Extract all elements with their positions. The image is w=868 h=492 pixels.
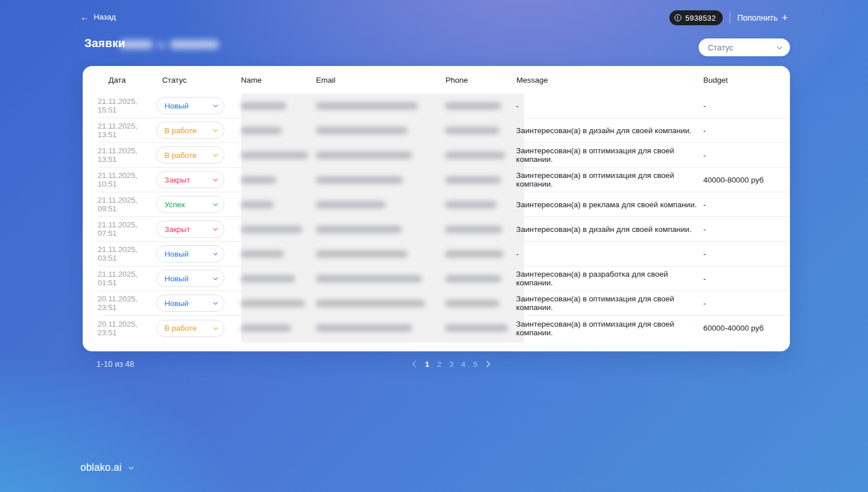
- cell-phone-redacted: [445, 250, 512, 258]
- page-number-4[interactable]: 4: [460, 360, 466, 369]
- back-button[interactable]: ← Назад: [80, 13, 116, 21]
- status-dropdown[interactable]: В работе: [156, 320, 224, 337]
- cell-date: 21.11.2025, 09:51: [98, 196, 156, 213]
- status-filter-dropdown[interactable]: Статус: [699, 38, 790, 56]
- phone-redacted-value: [445, 102, 501, 110]
- status-filter-label: Статус: [708, 43, 733, 52]
- name-redacted-value: [241, 275, 295, 282]
- cell-message: Заинтересован(а) в реклама для своей ком…: [512, 200, 698, 209]
- requests-table-card: Дата Статус Name Email Phone Message Bud…: [83, 66, 790, 351]
- cell-budget: 40000-80000 руб: [698, 176, 790, 184]
- status-dropdown[interactable]: В работе: [156, 122, 224, 139]
- phone-redacted-value: [445, 250, 503, 258]
- cell-budget: -: [698, 126, 790, 135]
- column-header-date: Дата: [98, 76, 156, 84]
- topbar-right: 5938532 Пополнить +: [669, 10, 788, 25]
- footer-logo-menu[interactable]: oblako.ai: [80, 462, 132, 474]
- name-redacted-value: [241, 127, 282, 134]
- page-number-3[interactable]: 3: [448, 360, 454, 369]
- cell-budget: -: [698, 102, 790, 110]
- cell-date: 21.11.2025, 10:51: [98, 171, 156, 188]
- status-dropdown[interactable]: Новый: [156, 97, 224, 114]
- cell-message: Заинтересован(а) в оптимизация для своей…: [512, 171, 698, 188]
- cell-status: Новый: [156, 295, 241, 312]
- email-redacted-value: [316, 226, 402, 233]
- name-redacted-value: [241, 176, 276, 184]
- column-header-phone: Phone: [445, 76, 512, 84]
- phone-redacted-value: [445, 152, 505, 159]
- column-header-email: Email: [316, 76, 445, 84]
- status-dropdown[interactable]: Успех: [156, 196, 224, 213]
- phone-redacted-value: [445, 127, 499, 134]
- name-redacted-value: [241, 201, 274, 208]
- chevron-right-icon[interactable]: [483, 361, 490, 367]
- balance-value: 5938532: [685, 14, 716, 22]
- chevron-down-icon: [213, 127, 218, 131]
- page-number-1[interactable]: 1: [424, 360, 430, 369]
- chevron-down-icon: [213, 275, 218, 280]
- chevron-down-icon: [213, 300, 218, 304]
- topup-button[interactable]: Пополнить +: [737, 13, 788, 23]
- status-dropdown[interactable]: Новый: [156, 245, 224, 262]
- cell-status: Новый: [156, 245, 241, 262]
- cell-status: Успех: [156, 196, 241, 213]
- phone-redacted-value: [445, 324, 508, 332]
- status-label: В работе: [165, 324, 197, 332]
- status-label: Новый: [165, 274, 189, 283]
- cell-message: -: [512, 102, 698, 110]
- name-redacted-value: [241, 152, 308, 159]
- chevron-down-icon: [213, 325, 218, 330]
- cell-date: 21.11.2025, 13:51: [98, 122, 156, 139]
- phone-redacted-value: [445, 201, 497, 208]
- project-name-redacted: [119, 40, 153, 49]
- cell-message: Заинтересован(а) в оптимизация для своей…: [512, 320, 698, 337]
- cell-name-redacted: [241, 152, 316, 159]
- cell-budget: -: [698, 200, 790, 209]
- status-label: Закрыт: [165, 176, 191, 184]
- cell-message: Заинтересован(а) в дизайн для своей комп…: [512, 225, 698, 234]
- logo-text: oblako.ai: [80, 462, 122, 474]
- cell-status: В работе: [156, 320, 241, 337]
- back-label: Назад: [94, 13, 116, 21]
- project-name-redacted: [170, 40, 219, 49]
- email-redacted-value: [316, 250, 408, 258]
- balance-badge[interactable]: 5938532: [669, 10, 723, 25]
- name-redacted-value: [241, 102, 286, 110]
- status-dropdown[interactable]: Новый: [156, 270, 224, 287]
- phone-redacted-value: [445, 176, 501, 184]
- cell-budget: -: [698, 274, 790, 283]
- status-label: В работе: [165, 126, 197, 135]
- cell-budget: 60000-40000 руб: [698, 324, 790, 332]
- cell-status: В работе: [156, 122, 241, 139]
- page-number-2[interactable]: 2: [436, 360, 442, 369]
- status-label: Успех: [165, 200, 185, 209]
- cell-date: 21.11.2025, 01:51: [98, 270, 156, 287]
- cell-message: Заинтересован(а) в дизайн для своей комп…: [512, 126, 698, 135]
- pagination-summary: 1-10 из 48: [96, 359, 134, 369]
- cell-date: 20.11.2025, 23:51: [98, 295, 156, 312]
- status-dropdown[interactable]: В работе: [156, 146, 224, 164]
- cell-date: 20.11.2025, 23:51: [98, 320, 156, 337]
- chevron-left-icon[interactable]: [412, 361, 418, 367]
- cell-message: Заинтересован(а) в оптимизация для своей…: [512, 146, 698, 164]
- pagination: 12345: [413, 358, 489, 370]
- cell-budget: -: [698, 151, 790, 160]
- topup-label: Пополнить: [737, 13, 777, 22]
- cell-status: Закрыт: [156, 171, 241, 188]
- cell-status: Новый: [156, 97, 241, 114]
- column-header-budget: Budget: [698, 76, 790, 84]
- chevron-down-icon: [213, 152, 218, 156]
- status-label: Новый: [165, 299, 189, 308]
- name-redacted-value: [241, 300, 305, 307]
- chevron-down-icon: [213, 102, 218, 107]
- column-header-name: Name: [241, 76, 316, 84]
- cell-date: 21.11.2025, 03:51: [98, 245, 156, 262]
- phone-redacted-value: [445, 226, 502, 233]
- status-dropdown[interactable]: Закрыт: [156, 171, 224, 188]
- cell-date: 21.11.2025, 15:51: [98, 97, 156, 114]
- status-dropdown[interactable]: Новый: [156, 295, 224, 312]
- name-redacted-value: [241, 324, 291, 332]
- status-dropdown[interactable]: Закрыт: [156, 220, 224, 238]
- page-number-5[interactable]: 5: [472, 360, 478, 369]
- cell-message: Заинтересован(а) в оптимизация для своей…: [512, 295, 698, 312]
